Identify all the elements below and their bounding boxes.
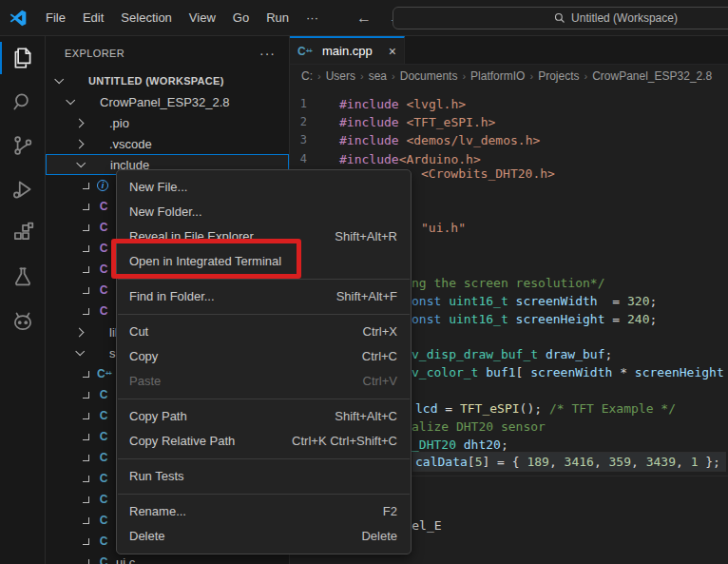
menu-item-run-tests[interactable]: Run Tests	[117, 464, 411, 489]
chevron-icon	[83, 266, 89, 273]
code-fragment: onst uint16_t screenHeight = 240;	[412, 311, 657, 327]
menu-item-label: Rename...	[129, 499, 186, 524]
menu-separator	[118, 279, 410, 280]
file-type-icon: C	[97, 200, 110, 213]
breadcrumb-item[interactable]: CrowPanel_ESP32_2.8	[592, 69, 712, 83]
chevron-icon	[83, 183, 89, 189]
menu-item-shortcut	[369, 200, 397, 224]
chevron-right-icon: ›	[317, 70, 321, 82]
file-type-icon: C	[97, 555, 110, 564]
code-fragment: _DHT20 dht20;	[412, 437, 508, 453]
menu-item-label: Run Tests	[129, 464, 184, 489]
file-type-icon: C	[97, 493, 110, 506]
line-number: 2	[294, 113, 307, 131]
workspace-title: Untitled (Workspace)	[571, 11, 678, 25]
menu-item-cut[interactable]: Cut Ctrl+X	[117, 320, 411, 344]
menu-separator	[118, 314, 410, 315]
breadcrumb-item[interactable]: C:	[301, 69, 313, 83]
code-fragment: lcd = TFT_eSPI(); /* TFT Example */	[415, 400, 676, 417]
menu-item-shortcut: Delete	[333, 524, 397, 549]
chevron-icon	[83, 413, 89, 419]
vscode-logo-icon	[9, 9, 28, 28]
search-icon[interactable]	[0, 80, 46, 124]
breadcrumb-item[interactable]: sea	[369, 69, 387, 83]
chevron-icon	[83, 308, 89, 315]
menu-item-copy[interactable]: Copy Ctrl+C	[117, 344, 411, 369]
menu-item-label: Find in Folder...	[129, 284, 215, 309]
breadcrumb-item[interactable]: Projects	[538, 69, 579, 83]
menu-item-label: New File...	[129, 175, 187, 200]
menu-edit[interactable]: Edit	[74, 7, 112, 29]
tree-item-label: ui.c	[116, 555, 135, 564]
explorer-icon[interactable]	[0, 36, 46, 80]
code-fragment: ng the screen resolution*/	[412, 275, 605, 291]
platformio-icon[interactable]	[0, 299, 46, 342]
chevron-icon	[83, 476, 89, 482]
file-type-icon: C	[97, 451, 110, 464]
command-center[interactable]: Untitled (Workspace)	[393, 7, 728, 29]
source-control-icon[interactable]	[0, 124, 46, 167]
menu-separator	[118, 458, 410, 459]
line-number: 1	[294, 95, 307, 113]
file-type-icon: C	[97, 283, 110, 297]
breadcrumb-item[interactable]: PlatformIO	[470, 69, 525, 83]
chevron-icon	[83, 455, 89, 461]
tree-item-workspace-root[interactable]: UNTITLED (WORKSPACE)	[46, 70, 289, 91]
menu-separator	[118, 494, 410, 495]
chevron-icon	[75, 139, 85, 148]
chevron-icon	[83, 245, 89, 252]
line-number: 3	[294, 131, 307, 149]
menu-item-shortcut: Ctrl+K Ctrl+Shift+C	[263, 429, 397, 454]
search-icon	[554, 12, 565, 24]
title-bar: FileEditSelectionViewGoRun··· ← → Untitl…	[0, 0, 728, 36]
chevron-icon	[83, 224, 89, 231]
vscode-window: FileEditSelectionViewGoRun··· ← → Untitl…	[0, 0, 728, 564]
breadcrumb-item[interactable]: Documents	[400, 69, 458, 83]
menu-item-copy-path[interactable]: Copy Path Shift+Alt+C	[117, 404, 411, 429]
back-arrow-icon[interactable]: ←	[348, 8, 380, 29]
menu-item-label: Copy Relative Path	[129, 429, 235, 454]
tab-label: main.cpp	[322, 44, 373, 58]
menu-item-label: Copy	[129, 344, 158, 369]
code-fragment: <Crowbits_DHT20.h>	[421, 165, 555, 182]
menu-item-find-in-folder[interactable]: Find in Folder... Shift+Alt+F	[117, 284, 411, 309]
menu-item-delete[interactable]: Delete Delete	[117, 524, 411, 549]
menu-go[interactable]: Go	[224, 7, 258, 29]
file-type-icon: C	[97, 304, 110, 318]
testing-icon[interactable]	[0, 255, 46, 299]
chevron-right-icon: ›	[462, 70, 466, 82]
menu-item-paste[interactable]: Paste Ctrl+V	[117, 369, 411, 394]
menu-selection[interactable]: Selection	[112, 7, 180, 29]
explorer-title: EXPLORER	[65, 48, 125, 59]
menu-item-rename[interactable]: Rename... F2	[117, 499, 411, 524]
chevron-icon	[75, 327, 85, 337]
menu-item-new-folder[interactable]: New Folder...	[117, 200, 411, 224]
chevron-icon	[83, 496, 89, 503]
file-type-icon: C	[97, 409, 110, 422]
tree-item-label: UNTITLED (WORKSPACE)	[88, 75, 224, 87]
menu-overflow[interactable]: ···	[297, 7, 327, 29]
chevron-icon	[83, 392, 89, 399]
menu-item-copy-relative-path[interactable]: Copy Relative Path Ctrl+K Ctrl+Shift+C	[117, 429, 411, 454]
more-actions-icon[interactable]: ···	[259, 46, 276, 61]
file-type-icon: i	[97, 180, 108, 191]
menu-run[interactable]: Run	[258, 7, 297, 29]
tree-item-pio[interactable]: .pio	[46, 112, 289, 133]
menubar: FileEditSelectionViewGoRun···	[37, 7, 327, 29]
tree-item-vscode[interactable]: .vscode	[46, 133, 289, 154]
breadcrumb-item[interactable]: Users	[326, 69, 355, 83]
close-icon[interactable]: ×	[389, 44, 396, 59]
tree-item-crowpanel-esp32[interactable]: CrowPanel_ESP32_2.8	[46, 91, 289, 112]
extensions-icon[interactable]	[0, 211, 46, 255]
menu-item-shortcut: Ctrl+V	[335, 369, 397, 394]
chevron-icon	[66, 95, 75, 105]
run-and-debug-icon[interactable]	[0, 167, 46, 211]
menu-file[interactable]: File	[37, 7, 74, 29]
menu-view[interactable]: View	[181, 7, 224, 29]
menu-item-new-file[interactable]: New File...	[117, 175, 411, 200]
line-number: 4	[294, 150, 307, 168]
menu-item-shortcut: Shift+Alt+F	[308, 284, 397, 309]
tab-bar: C main.cpp ×	[290, 36, 728, 65]
breadcrumb: ›C:›Users›sea›Documents›PlatformIO›Proje…	[290, 65, 728, 88]
tab-main-cpp[interactable]: C main.cpp ×	[290, 36, 405, 64]
